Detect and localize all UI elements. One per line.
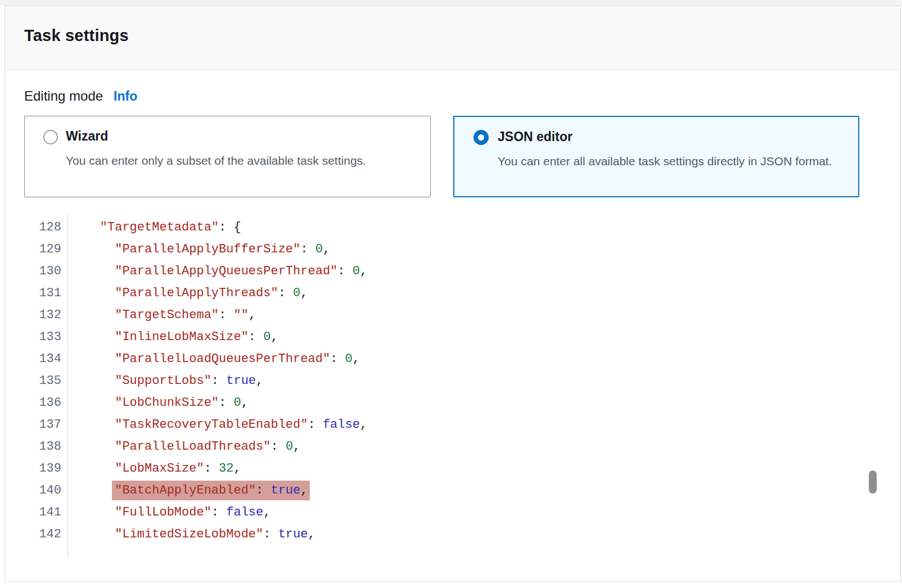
line-content: "TaskRecoveryTableEnabled": false, (61, 414, 367, 436)
line-content: "ParallelLoadThreads": 0, (61, 436, 300, 458)
token-punct: , (323, 242, 330, 256)
token-string: "" (233, 308, 248, 322)
code-line[interactable]: 141 "FullLobMode": false, (5, 501, 899, 523)
token-punct: { (233, 220, 241, 234)
line-content: "ParallelApplyQueuesPerThread": 0, (61, 260, 367, 282)
wizard-radio-icon[interactable] (43, 130, 58, 144)
token-punct: , (360, 264, 367, 278)
line-content: "InlineLobMaxSize": 0, (61, 326, 278, 348)
token-punct: : (256, 483, 270, 497)
gutter-divider (67, 214, 68, 558)
line-number: 141 (5, 501, 61, 523)
wizard-option-label: Wizard (66, 129, 108, 144)
code-line[interactable]: 130 "ParallelApplyQueuesPerThread": 0, (5, 260, 899, 282)
token-number: 0 (286, 440, 293, 454)
token-number: 0 (353, 264, 360, 278)
code-line[interactable]: 131 "ParallelApplyThreads": 0, (5, 282, 899, 304)
line-content: "LimitedSizeLobMode": true, (61, 523, 315, 545)
token-punct: , (360, 418, 367, 432)
token-punct: : (211, 505, 226, 519)
token-key: "BatchApplyEnabled" (115, 483, 256, 497)
token-punct: : (219, 396, 233, 410)
token-punct: : (270, 440, 285, 454)
code-line[interactable]: 135 "SupportLobs": true, (5, 370, 899, 392)
token-number: 0 (263, 330, 270, 344)
token-boolean: true (226, 374, 256, 388)
code-line[interactable]: 129 "ParallelApplyBufferSize": 0, (5, 238, 899, 260)
token-key: "FullLobMode" (115, 505, 211, 519)
token-punct: , (353, 352, 360, 366)
token-punct: : (249, 330, 263, 344)
token-punct: , (241, 396, 249, 410)
line-number: 137 (5, 414, 61, 436)
page-top-strip (0, 0, 902, 6)
code-line[interactable]: 138 "ParallelLoadThreads": 0, (5, 436, 899, 458)
token-punct: , (308, 527, 315, 541)
token-number: 0 (233, 396, 241, 410)
json-code-editor[interactable]: 128 "TargetMetadata": {129 "ParallelAppl… (5, 216, 899, 545)
json-editor-radio-icon[interactable] (473, 130, 489, 145)
line-number: 134 (5, 348, 61, 370)
token-key: "ParallelApplyQueuesPerThread" (115, 264, 337, 278)
json-editor-option-description: You can enter all available task setting… (498, 152, 835, 171)
panel-header: Task settings (5, 6, 900, 70)
line-number: 133 (5, 326, 61, 348)
line-number: 132 (5, 304, 61, 326)
code-line[interactable]: 137 "TaskRecoveryTableEnabled": false, (5, 414, 899, 436)
token-key: "LobMaxSize" (115, 462, 204, 476)
token-key: "InlineLobMaxSize" (115, 330, 249, 344)
token-key: "ParallelLoadThreads" (115, 440, 270, 454)
code-line[interactable]: 134 "ParallelLoadQueuesPerThread": 0, (5, 348, 899, 370)
token-punct: : (300, 242, 315, 256)
line-number: 139 (5, 458, 61, 480)
code-line[interactable]: 136 "LobChunkSize": 0, (5, 392, 899, 414)
token-key: "ParallelLoadQueuesPerThread" (115, 352, 330, 366)
token-key: "SupportLobs" (115, 374, 211, 388)
line-content: "LobMaxSize": 32, (61, 458, 241, 480)
line-number: 131 (5, 282, 61, 304)
line-content: "FullLobMode": false, (61, 501, 270, 523)
token-key: "ParallelApplyBufferSize" (115, 242, 300, 256)
token-boolean: false (226, 505, 263, 519)
token-number: 0 (293, 286, 300, 300)
code-line[interactable]: 132 "TargetSchema": "", (5, 304, 899, 326)
token-punct: : (211, 374, 226, 388)
line-number: 135 (5, 370, 61, 392)
panel-title: Task settings (24, 26, 129, 45)
token-punct: , (300, 483, 308, 497)
token-boolean: false (323, 418, 360, 432)
token-key: "TargetMetadata" (100, 220, 219, 234)
search-match-highlight: "BatchApplyEnabled": true, (112, 481, 310, 500)
code-line[interactable]: 128 "TargetMetadata": { (5, 216, 899, 238)
line-number: 142 (5, 523, 61, 545)
token-number: 32 (219, 462, 233, 476)
token-punct: : (330, 352, 345, 366)
token-punct: : (308, 418, 322, 432)
scrollbar-thumb[interactable] (869, 471, 877, 494)
wizard-option-tile[interactable]: Wizard You can enter only a subset of th… (24, 116, 431, 197)
line-content: "SupportLobs": true, (61, 370, 263, 392)
line-number: 140 (5, 480, 61, 501)
token-punct: , (233, 462, 241, 476)
line-number: 136 (5, 392, 61, 414)
token-key: "LimitedSizeLobMode" (115, 527, 263, 541)
editing-mode-label: Editing mode (24, 88, 103, 104)
json-editor-option-tile[interactable]: JSON editor You can enter all available … (453, 116, 859, 197)
code-line[interactable]: 142 "LimitedSizeLobMode": true, (5, 523, 899, 545)
code-line[interactable]: 133 "InlineLobMaxSize": 0, (5, 326, 899, 348)
json-editor-option-label: JSON editor (498, 129, 572, 144)
token-boolean: true (270, 483, 300, 497)
line-content: "TargetMetadata": { (61, 216, 241, 238)
line-content: "ParallelApplyBufferSize": 0, (61, 238, 330, 260)
token-punct: : (219, 220, 233, 234)
code-line[interactable]: 139 "LobMaxSize": 32, (5, 458, 899, 480)
token-punct: : (263, 527, 278, 541)
info-link[interactable]: Info (114, 89, 137, 104)
token-punct: : (278, 286, 293, 300)
token-punct: , (300, 286, 308, 300)
token-key: "ParallelApplyThreads" (115, 286, 278, 300)
code-line[interactable]: 140 "BatchApplyEnabled": true, (5, 480, 899, 501)
token-punct: , (293, 440, 300, 454)
line-content: "ParallelApplyThreads": 0, (61, 282, 308, 304)
line-number: 130 (5, 260, 61, 282)
